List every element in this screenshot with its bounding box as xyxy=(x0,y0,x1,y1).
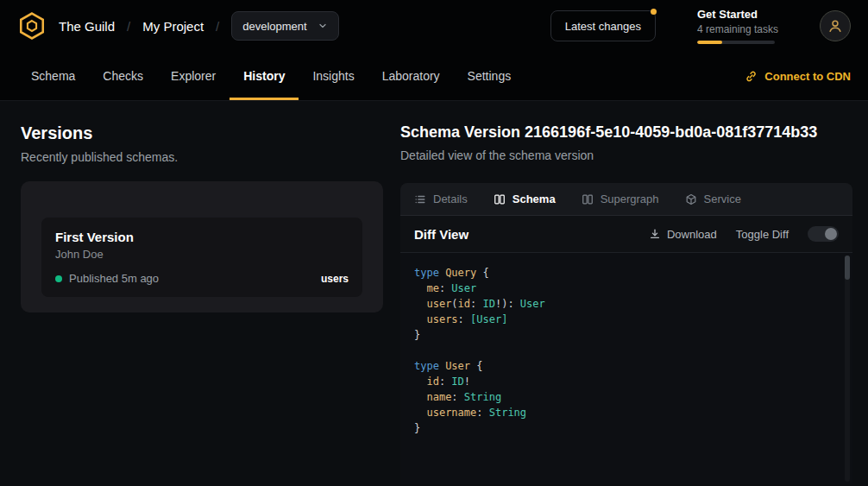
get-started-title: Get Started xyxy=(697,8,778,21)
schema-icon xyxy=(494,193,506,205)
top-bar-right: Latest changes Get Started 4 remaining t… xyxy=(550,8,851,44)
published-status-dot xyxy=(55,275,62,282)
versions-subtitle: Recently published schemas. xyxy=(21,150,380,164)
person-icon xyxy=(827,18,843,34)
tab-schema[interactable]: Schema xyxy=(17,52,89,100)
detail-tab-label: Supergraph xyxy=(601,193,659,205)
tab-checks[interactable]: Checks xyxy=(89,52,157,100)
tab-insights[interactable]: Insights xyxy=(299,52,368,100)
version-name: First Version xyxy=(55,230,349,244)
version-author: John Doe xyxy=(55,248,349,261)
service-icon xyxy=(685,193,697,205)
version-detail-section: Schema Version 2166196f-5e10-4059-bd0a-0… xyxy=(400,101,868,486)
connect-cdn-label: Connect to CDN xyxy=(764,70,851,83)
list-icon xyxy=(414,193,426,205)
connect-cdn-link[interactable]: Connect to CDN xyxy=(745,52,851,100)
breadcrumb-separator: / xyxy=(127,19,130,34)
hive-logo-icon[interactable] xyxy=(17,11,47,41)
version-detail-panel: DetailsSchemaSupergraphService Diff View… xyxy=(400,183,852,484)
tab-explorer[interactable]: Explorer xyxy=(157,52,230,100)
latest-changes-label: Latest changes xyxy=(565,20,641,33)
detail-tab-schema[interactable]: Schema xyxy=(494,193,556,205)
code-line: type User { xyxy=(414,358,839,374)
target-selector-value: development xyxy=(242,20,306,33)
notification-dot xyxy=(651,9,657,15)
scrollbar-thumb[interactable] xyxy=(845,256,850,280)
detail-tab-service[interactable]: Service xyxy=(685,193,741,205)
detail-tabs: DetailsSchemaSupergraphService xyxy=(400,183,852,216)
app: The Guild / My Project / development Lat… xyxy=(0,0,868,486)
download-icon xyxy=(649,228,661,240)
main-nav: SchemaChecksExplorerHistoryInsightsLabor… xyxy=(0,52,868,101)
supergraph-icon xyxy=(582,193,594,205)
get-started-progress-bar xyxy=(697,41,775,44)
scrollbar xyxy=(845,256,850,482)
link-icon xyxy=(745,70,758,83)
code-line: users: [User] xyxy=(414,312,839,327)
detail-tab-supergraph[interactable]: Supergraph xyxy=(582,193,659,205)
download-button[interactable]: Download xyxy=(649,228,717,241)
schema-code-area: type Query { me: User user(id: ID!): Use… xyxy=(400,252,852,484)
get-started-subtitle: 4 remaining tasks xyxy=(697,23,778,35)
detail-tab-details[interactable]: Details xyxy=(414,193,468,205)
detail-tab-label: Service xyxy=(704,193,741,205)
toggle-diff-label: Toggle Diff xyxy=(736,228,789,241)
version-status: Published 5m ago xyxy=(69,272,159,285)
breadcrumb-org[interactable]: The Guild xyxy=(59,19,115,34)
versions-title: Versions xyxy=(21,123,380,143)
breadcrumb-separator: / xyxy=(216,19,219,34)
toggle-knob xyxy=(825,228,837,240)
tab-laboratory[interactable]: Laboratory xyxy=(368,52,454,100)
get-started-widget[interactable]: Get Started 4 remaining tasks xyxy=(697,8,778,44)
code-line: } xyxy=(414,327,839,343)
toggle-diff-switch[interactable] xyxy=(808,226,839,242)
code-line: me: User xyxy=(414,281,839,296)
detail-tab-label: Schema xyxy=(513,193,556,205)
version-detail-subtitle: Detailed view of the schema version xyxy=(400,148,852,162)
user-avatar[interactable] xyxy=(820,10,851,41)
version-detail-title: Schema Version 2166196f-5e10-4059-bd0a-0… xyxy=(400,123,852,142)
chevron-down-icon xyxy=(318,21,328,31)
main-content: Versions Recently published schemas. Fir… xyxy=(0,101,868,486)
tab-history[interactable]: History xyxy=(230,52,299,100)
top-bar: The Guild / My Project / development Lat… xyxy=(0,0,868,52)
latest-changes-button[interactable]: Latest changes xyxy=(550,10,656,41)
code-line: user(id: ID!): User xyxy=(414,296,839,312)
breadcrumb-project[interactable]: My Project xyxy=(142,19,204,34)
code-line: id: ID! xyxy=(414,374,839,389)
code-line: } xyxy=(414,420,839,436)
code-line xyxy=(414,343,839,358)
nav-tabs: SchemaChecksExplorerHistoryInsightsLabor… xyxy=(17,52,525,100)
code-line: name: String xyxy=(414,389,839,405)
versions-card: First Version John Doe Published 5m ago … xyxy=(21,181,383,312)
versions-section: Versions Recently published schemas. Fir… xyxy=(0,101,400,486)
diff-view-title: Diff View xyxy=(414,227,469,242)
version-status-row: Published 5m ago users xyxy=(55,272,349,285)
progress-fill xyxy=(697,41,722,44)
service-badge: users xyxy=(321,273,349,285)
breadcrumb: The Guild / My Project / development xyxy=(59,11,339,41)
diff-view-header: Diff View Download Toggle Diff xyxy=(400,216,852,252)
tab-settings[interactable]: Settings xyxy=(454,52,525,100)
code-block[interactable]: type Query { me: User user(id: ID!): Use… xyxy=(400,253,852,448)
diff-actions: Download Toggle Diff xyxy=(649,226,839,242)
detail-tab-label: Details xyxy=(433,193,468,205)
target-selector[interactable]: development xyxy=(231,11,338,41)
code-line: type Query { xyxy=(414,265,839,281)
version-list-item[interactable]: First Version John Doe Published 5m ago … xyxy=(41,218,362,297)
code-line: username: String xyxy=(414,405,839,420)
download-label: Download xyxy=(667,228,717,241)
